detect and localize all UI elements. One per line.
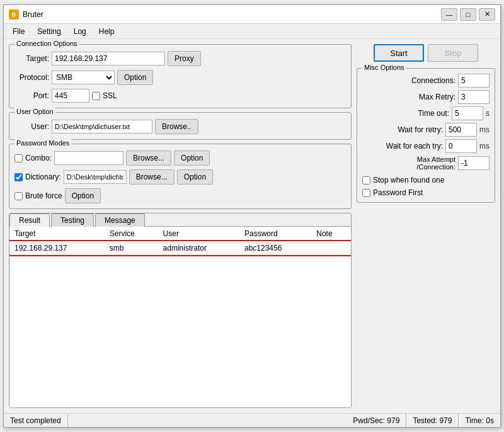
brute-checkbox[interactable]	[14, 192, 23, 200]
user-input[interactable]	[52, 120, 152, 134]
menu-file[interactable]: File	[6, 26, 31, 37]
start-button[interactable]: Start	[374, 44, 424, 62]
pwd-sec-text: Pwd/Sec: 979	[346, 414, 406, 427]
max-attempt-input[interactable]	[458, 156, 490, 170]
status-text: Test completed	[4, 414, 68, 427]
dictionary-label: Dictionary:	[25, 173, 61, 181]
misc-options-group: Misc Options Connections: Max Retry: Tim…	[357, 68, 495, 203]
status-bar: Test completed Pwd/Sec: 979 Tested: 979 …	[4, 413, 500, 427]
tab-testing[interactable]: Testing	[51, 213, 94, 227]
col-service: Service	[105, 227, 158, 241]
protocol-row: Protocol: SMB FTP HTTP SSH Option	[14, 70, 346, 85]
port-input[interactable]	[52, 89, 89, 103]
window-title: Bruter	[23, 10, 441, 19]
max-retry-input[interactable]	[458, 90, 490, 104]
max-attempt-label: Max Attempt/Connection:	[362, 156, 455, 171]
wait-each-row: Wait for each try: ms	[362, 139, 490, 153]
combo-option-button[interactable]: Option	[174, 151, 210, 166]
combo-checkbox[interactable]	[14, 154, 23, 162]
connection-options-label: Connection Options	[14, 40, 79, 47]
timeout-unit: s	[486, 109, 490, 118]
wait-retry-row: Wait for retry: ms	[362, 123, 490, 137]
target-row: Target: Proxy	[14, 51, 346, 66]
protocol-select[interactable]: SMB FTP HTTP SSH	[52, 71, 115, 84]
col-note: Note	[311, 227, 351, 241]
window-controls: — □ ✕	[441, 8, 495, 21]
combo-row: Combo: Browse... Option	[14, 151, 346, 166]
tab-message[interactable]: Message	[95, 213, 145, 227]
max-retry-label: Max Retry:	[362, 93, 455, 101]
brute-row: Brute force Option	[14, 188, 346, 203]
port-row: Port: SSL	[14, 89, 346, 103]
col-password: Password	[239, 227, 311, 241]
cell-target: 192.168.29.137	[9, 241, 105, 256]
timeout-row: Time out: s	[362, 106, 490, 120]
wait-retry-unit: ms	[479, 125, 490, 134]
brute-label: Brute force	[25, 191, 62, 200]
ssl-checkbox[interactable]	[92, 92, 100, 100]
tab-result[interactable]: Result	[9, 213, 50, 227]
wait-each-input[interactable]	[445, 139, 477, 153]
connection-options-group: Connection Options Target: Proxy Protoco…	[9, 44, 352, 108]
tested-text: Tested: 979	[406, 414, 459, 427]
stop-found-checkbox[interactable]	[362, 176, 370, 185]
close-button[interactable]: ✕	[479, 8, 495, 21]
combo-browse-button[interactable]: Browse...	[126, 151, 171, 166]
stop-found-label: Stop when found one	[373, 176, 444, 185]
proxy-button[interactable]: Proxy	[168, 51, 201, 66]
stop-button[interactable]: Stop	[428, 44, 478, 62]
left-panel: Connection Options Target: Proxy Protoco…	[9, 44, 352, 408]
dictionary-browse-button[interactable]: Browse...	[129, 169, 175, 185]
tab-bar: Result Testing Message	[9, 213, 351, 227]
dictionary-row: Dictionary: Browse... Option	[14, 169, 346, 185]
main-window: B Bruter — □ ✕ File Setting Log Help Con…	[3, 4, 501, 428]
time-text: Time: 0s	[459, 414, 500, 427]
tabs-area: Result Testing Message Target Service Us…	[9, 213, 352, 408]
password-first-checkbox[interactable]	[362, 189, 370, 197]
user-option-group: User Option User: Browse..	[9, 112, 352, 140]
menu-help[interactable]: Help	[93, 26, 121, 37]
port-label: Port:	[14, 91, 49, 100]
password-modes-label: Password Modes	[14, 139, 71, 147]
target-input[interactable]	[52, 52, 165, 65]
result-table: Target Service User Password Note 192.16…	[9, 227, 351, 255]
menu-log[interactable]: Log	[67, 26, 93, 37]
right-panel: Start Stop Misc Options Connections: Max…	[357, 44, 495, 408]
wait-retry-input[interactable]	[445, 123, 477, 137]
wait-each-label: Wait for each try:	[362, 142, 443, 151]
user-option-label: User Option	[14, 108, 55, 115]
max-attempt-row: Max Attempt/Connection:	[362, 156, 490, 171]
connections-row: Connections:	[362, 74, 490, 88]
connections-input[interactable]	[458, 74, 490, 88]
dictionary-option-button[interactable]: Option	[177, 169, 213, 185]
ssl-label: SSL	[103, 91, 117, 100]
timeout-label: Time out:	[362, 109, 449, 118]
combo-input[interactable]	[54, 151, 123, 165]
cell-service: smb	[105, 241, 158, 256]
maximize-button[interactable]: □	[460, 8, 476, 21]
password-modes-group: Password Modes Combo: Browse... Option D…	[9, 144, 352, 209]
dictionary-checkbox[interactable]	[14, 173, 23, 181]
stop-found-row: Stop when found one	[362, 176, 490, 185]
col-target: Target	[9, 227, 105, 241]
brute-option-button[interactable]: Option	[65, 188, 101, 203]
cell-user: administrator	[158, 241, 239, 256]
minimize-button[interactable]: —	[441, 8, 457, 21]
dictionary-input[interactable]	[64, 170, 127, 184]
password-first-label: Password First	[373, 188, 423, 197]
menu-setting[interactable]: Setting	[31, 26, 67, 37]
misc-options-label: Misc Options	[362, 64, 406, 71]
user-browse-button[interactable]: Browse..	[155, 119, 198, 134]
timeout-input[interactable]	[452, 106, 483, 120]
title-bar: B Bruter — □ ✕	[4, 5, 500, 24]
protocol-option-button[interactable]: Option	[117, 70, 153, 85]
wait-retry-label: Wait for retry:	[362, 125, 443, 134]
col-user: User	[158, 227, 239, 241]
user-label: User:	[14, 122, 49, 131]
protocol-label: Protocol:	[14, 73, 49, 82]
max-retry-row: Max Retry:	[362, 90, 490, 104]
cell-password: abc123456	[239, 241, 311, 256]
combo-label: Combo:	[25, 154, 52, 162]
password-first-row: Password First	[362, 188, 490, 197]
user-row: User: Browse..	[14, 119, 346, 134]
